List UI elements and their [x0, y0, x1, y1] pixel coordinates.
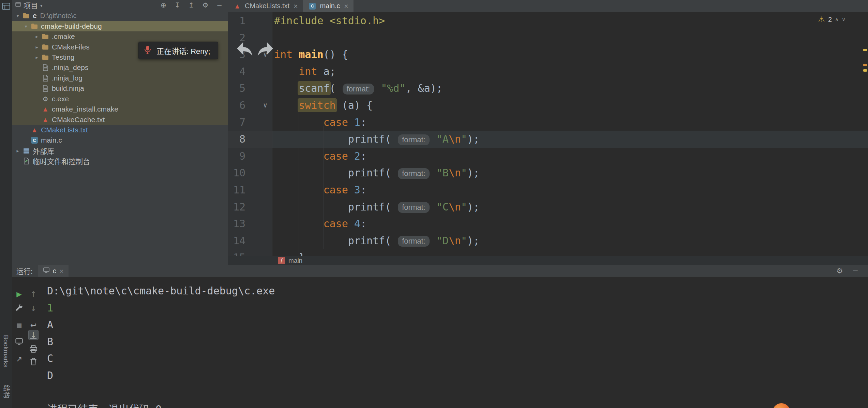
cmake-icon: ▲ [41, 106, 50, 112]
console-line: 进程已结束，退出代码 0 [47, 401, 868, 408]
stripe-mark[interactable] [863, 49, 867, 51]
prev-occurrence-button[interactable]: ↑ [28, 289, 39, 299]
wrench-icon[interactable] [14, 303, 24, 314]
parameter-hint[interactable]: format: [398, 202, 429, 213]
tree-row-build.ninja[interactable]: build.ninja [12, 83, 228, 93]
close-icon[interactable]: × [293, 3, 298, 10]
line-number[interactable]: 14 [228, 232, 272, 249]
code-line: case 3: [274, 181, 479, 199]
scroll-to-end-button[interactable]: ↓ [28, 330, 39, 340]
line-number[interactable]: 1 [228, 12, 272, 29]
arrow-right-icon [256, 40, 274, 57]
breadcrumb-item[interactable]: main [288, 257, 302, 264]
editor-tab-main.c[interactable]: Cmain.c× [303, 0, 354, 12]
inspections-widget[interactable]: ⚠ 2 ∧ ∨ [818, 15, 845, 24]
line-number[interactable]: 7 [228, 114, 272, 131]
project-window-icon [15, 1, 21, 9]
collapse-all-button[interactable]: ↥ [189, 1, 194, 9]
tree-row-CMakeCache.txt[interactable]: ▲CMakeCache.txt [12, 114, 228, 125]
line-number[interactable]: 12 [228, 199, 272, 216]
chevron-right-icon[interactable]: ▸ [33, 34, 41, 39]
toolwindow-button-structure[interactable]: 结构 [2, 385, 12, 398]
toolwindow-button-bookmarks[interactable]: Bookmarks [2, 335, 10, 367]
code-line: switch (a) { [274, 97, 479, 114]
run-panel-header: 运行: c × ⚙ − [12, 265, 868, 277]
console-output[interactable]: D:\git\note\c\cmake-build-debug\c.exe1AB… [44, 277, 868, 408]
error-stripe[interactable] [863, 12, 868, 256]
editor[interactable]: 123∨456∨789101112131415 #include <stdio.… [228, 12, 868, 256]
next-problem-icon[interactable]: ∨ [842, 16, 845, 23]
code-line: int main() { [274, 46, 479, 63]
tree-row-.ninja_log[interactable]: .ninja_log [12, 73, 228, 83]
chevron-down-icon[interactable]: ▾ [40, 3, 43, 8]
editor-code[interactable]: #include <stdio.h>int main() { int a; sc… [274, 12, 479, 256]
tree-row-c.exe[interactable]: ⚙c.exe [12, 94, 228, 104]
hide-panel-button[interactable]: − [852, 267, 858, 275]
file-icon [41, 85, 50, 92]
folder-icon [30, 23, 39, 30]
settings-icon[interactable]: ⚙ [202, 1, 208, 9]
stop-button[interactable]: ■ [14, 320, 24, 330]
code-line: case 1: [274, 114, 479, 131]
parameter-hint[interactable]: format: [398, 134, 429, 145]
close-icon[interactable]: × [59, 268, 64, 274]
parameter-hint[interactable]: format: [398, 236, 429, 247]
locate-file-button[interactable]: ⊕ [161, 1, 166, 9]
tab-label: main.c [320, 2, 340, 10]
expand-all-button[interactable]: ↧ [175, 1, 180, 9]
console-line: D [47, 367, 868, 384]
chevron-right-icon[interactable]: ▸ [14, 148, 22, 154]
tool-window-icon[interactable] [1, 2, 11, 11]
rerun-button[interactable]: ▶ [14, 289, 24, 299]
chevron-down-icon[interactable]: ▾ [14, 13, 22, 18]
run-tool-window: 运行: c × ⚙ − ▶ ■ ↗ ↑ ↓ ↩ ↓ [12, 265, 868, 408]
stripe-mark[interactable] [863, 64, 867, 66]
tree-row-.ninja_deps[interactable]: .ninja_deps [12, 62, 228, 73]
console-icon [43, 267, 50, 275]
tree-row-main.c[interactable]: Cmain.c [12, 135, 228, 145]
chevron-right-icon[interactable]: ▸ [33, 55, 41, 60]
soft-wrap-button[interactable]: ↩ [28, 320, 39, 330]
fold-icon[interactable]: ∨ [263, 97, 267, 114]
run-tab[interactable]: c × [38, 265, 69, 277]
close-icon[interactable]: × [344, 3, 348, 10]
tree-row-临时文件和控制台[interactable]: 临时文件和控制台 [12, 156, 228, 166]
project-tool-window: 项目 ▾ ⊕ ↧ ↥ ⚙ − ▾cD:\git\note\c▾cmake-bui… [12, 0, 228, 265]
line-number[interactable]: 4 [228, 63, 272, 80]
tree-label: c.exe [52, 95, 69, 103]
print-button[interactable] [28, 344, 39, 354]
line-number[interactable]: 9 [228, 148, 272, 165]
next-occurrence-button[interactable]: ↓ [28, 303, 39, 314]
line-number[interactable]: 6∨ [228, 97, 272, 114]
settings-icon[interactable]: ⚙ [837, 267, 843, 275]
tree-row-c[interactable]: ▾cD:\git\note\c [12, 11, 228, 21]
editor-tab-CMakeLists.txt[interactable]: ▲CMakeLists.txt× [228, 0, 303, 12]
voice-status-text: 正在讲话: Reny; [156, 45, 210, 56]
library-icon [22, 147, 31, 154]
project-panel-title[interactable]: 项目 [24, 0, 38, 10]
tree-label: cmake-build-debug [41, 22, 102, 30]
pin-icon[interactable]: ↗ [14, 354, 24, 364]
show-console-icon[interactable] [14, 336, 24, 347]
prev-problem-icon[interactable]: ∧ [835, 16, 839, 23]
tree-label: 外部库 [33, 146, 54, 156]
clear-console-button[interactable] [28, 356, 39, 367]
tree-row-CMakeLists.txt[interactable]: ▲CMakeLists.txt [12, 125, 228, 135]
line-number[interactable]: 10 [228, 164, 272, 181]
stripe-mark[interactable] [863, 69, 867, 72]
chevron-right-icon[interactable]: ▸ [33, 44, 41, 50]
tree-row-外部库[interactable]: ▸外部库 [12, 146, 228, 156]
line-number[interactable]: 8 [228, 131, 272, 148]
tree-row-cmake_install.cmake[interactable]: ▲cmake_install.cmake [12, 104, 228, 114]
line-number[interactable]: 5 [228, 80, 272, 97]
parameter-hint[interactable]: format: [343, 84, 374, 94]
chevron-down-icon[interactable]: ▾ [22, 24, 30, 29]
parameter-hint[interactable]: format: [398, 168, 429, 179]
file-icon [41, 64, 50, 71]
hide-panel-button[interactable]: − [216, 1, 222, 9]
tree-row-.cmake[interactable]: ▸.cmake [12, 31, 228, 42]
line-number[interactable]: 11 [228, 181, 272, 199]
tree-row-cmake-build-debug[interactable]: ▾cmake-build-debug [12, 21, 228, 31]
line-number[interactable]: 13 [228, 215, 272, 232]
line-number[interactable]: 15 [228, 249, 272, 256]
